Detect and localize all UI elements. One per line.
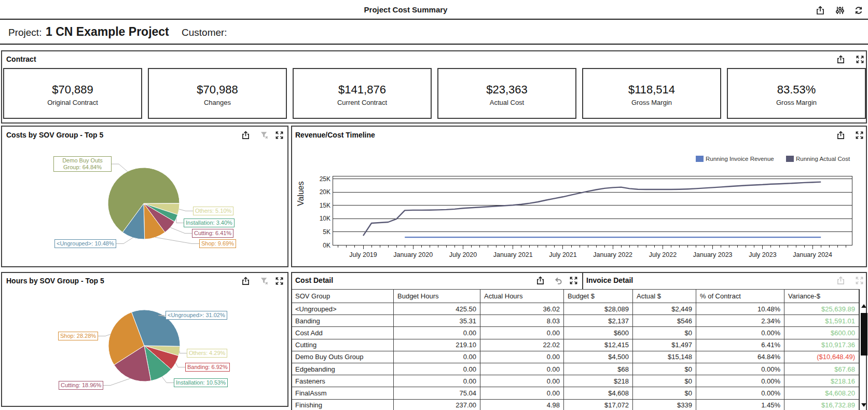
value-cell: $0	[633, 375, 696, 387]
column-header[interactable]: Variance-$	[784, 290, 859, 303]
kpi-value: $141,876	[294, 83, 431, 97]
value-cell: $2,137	[564, 315, 633, 327]
value-cell: 0.00	[394, 363, 480, 375]
export-icon[interactable]	[816, 6, 825, 15]
value-cell: 2.34%	[696, 315, 784, 327]
value-cell: 4.98	[480, 400, 564, 410]
pie-label: <Ungrouped>: 31.02%	[166, 311, 227, 320]
tab-divider	[582, 273, 583, 289]
column-header[interactable]: % of Contract	[696, 290, 784, 303]
contract-export-icon[interactable]	[836, 55, 845, 64]
value-cell: 219.10	[394, 339, 480, 351]
parameters-icon[interactable]	[835, 6, 845, 15]
pie-label: Installation: 3.40%	[184, 218, 235, 227]
hours_pie-svg	[2, 273, 287, 406]
value-cell: 0.00	[480, 351, 564, 363]
sov-group-cell: <Ungrouped>	[292, 303, 394, 315]
value-cell: 0.00	[394, 327, 480, 339]
scroll-down-arrow[interactable]	[861, 403, 866, 407]
value-cell: 0.00%	[696, 375, 784, 387]
value-cell: 425.50	[394, 303, 480, 315]
x-tick-label: January 2024	[781, 251, 844, 258]
cost-detail-expand-icon[interactable]	[569, 276, 578, 285]
invoice-detail-tab[interactable]: Invoice Detail	[586, 276, 633, 284]
cost-detail-table: SOV GroupBudget HoursActual HoursBudget …	[291, 289, 860, 410]
value-cell: 10.48%	[696, 303, 784, 315]
pie-label-leader	[112, 164, 128, 172]
value-cell: 36.02	[480, 303, 564, 315]
column-header[interactable]: Budget Hours	[394, 290, 480, 303]
y-tick-label: 15K	[310, 202, 330, 209]
value-cell: $1,497	[633, 339, 696, 351]
value-cell: $4,608.20	[784, 387, 859, 399]
sov-group-cell: Cost Add	[292, 327, 394, 339]
value-cell: $68	[564, 363, 633, 375]
value-cell: $339	[633, 400, 696, 410]
pie-label-leader	[162, 377, 174, 383]
value-cell: $0	[633, 327, 696, 339]
sov-group-cell: Banding	[292, 315, 394, 327]
pie-label-leader	[103, 378, 130, 385]
series-running-actual-cost	[363, 182, 821, 236]
refresh-icon[interactable]	[854, 6, 863, 15]
costs-pie-panel: Costs by SOV Group - Top 5 Others: 5.10%…	[1, 126, 288, 267]
table-scrollbar[interactable]	[861, 303, 867, 410]
value-cell: $546	[633, 315, 696, 327]
value-cell: $218	[564, 375, 633, 387]
project-label: Project:	[8, 27, 42, 38]
value-cell: 0.00	[480, 375, 564, 387]
value-cell: $1,591.01	[784, 315, 859, 327]
invoice-export-icon[interactable]	[836, 276, 845, 285]
invoice-expand-icon[interactable]	[855, 276, 864, 285]
cost-detail-undo-icon[interactable]	[554, 276, 563, 285]
costs-pie-chart[interactable]: Others: 5.10%Installation: 3.40%Cutting:…	[2, 127, 287, 266]
value-cell: 0.00	[480, 327, 564, 339]
pie-label-leader	[176, 218, 184, 223]
scroll-thumb[interactable]	[861, 313, 867, 356]
top-bar: Project Cost Summary	[0, 0, 868, 20]
kpi-label: Actual Cost	[438, 99, 575, 106]
kpi-card[interactable]: $70,988Changes	[148, 68, 287, 119]
y-tick-label: 10K	[310, 215, 330, 222]
value-cell: $10,917.36	[784, 339, 859, 351]
sov-group-cell: FinalAssm	[292, 387, 394, 399]
kpi-card[interactable]: $70,889Original Contract	[3, 68, 142, 119]
value-cell: $218.16	[784, 375, 859, 387]
value-cell: 0.00%	[696, 387, 784, 399]
value-cell: 1.45%	[696, 400, 784, 410]
timeline-panel: Revenue/Cost Timeline Running Invoice Re…	[291, 126, 867, 267]
kpi-card[interactable]: $23,363Actual Cost	[437, 68, 576, 119]
column-header[interactable]: Budget $	[564, 290, 633, 303]
pie-label: Shop: 9.69%	[199, 239, 236, 248]
hours-pie-panel: Hours by SOV Group - Top 5 Others: 4.29%…	[1, 272, 288, 407]
cost-detail-export-icon[interactable]	[536, 276, 545, 285]
pie-label-leader	[98, 334, 111, 336]
project-header: Project: 1 CN Example Project Customer:	[0, 21, 868, 45]
kpi-card[interactable]: 83.53%Gross Margin	[727, 68, 866, 119]
column-header[interactable]: Actual $	[633, 290, 696, 303]
value-cell: $67.68	[784, 363, 859, 375]
kpi-value: $23,363	[438, 83, 575, 97]
value-cell: ($10,648.49)	[784, 351, 859, 363]
value-cell: $16,732.89	[784, 400, 859, 410]
costs_pie-svg	[2, 127, 287, 266]
pie-label-leader	[170, 227, 192, 233]
column-header[interactable]: Actual Hours	[480, 290, 564, 303]
contract-expand-icon[interactable]	[856, 55, 864, 64]
kpi-card[interactable]: $118,514Gross Margin	[582, 68, 721, 119]
value-cell: 0.00%	[696, 363, 784, 375]
column-header[interactable]: SOV Group	[292, 290, 394, 303]
kpi-label: Changes	[149, 99, 286, 106]
kpi-card[interactable]: $141,876Current Contract	[293, 68, 432, 119]
pie-label: Installation: 10.53%	[174, 378, 228, 387]
value-cell: 237.00	[394, 400, 480, 410]
hours-pie-chart[interactable]: Others: 4.29%Banding: 6.92%Installation:…	[2, 273, 287, 406]
y-axis-title: Values	[296, 197, 306, 206]
value-cell: 75.04	[394, 387, 480, 399]
timeline-chart[interactable]: 0K5K10K15K20K25KValuesJuly 2019January 2…	[292, 127, 866, 266]
scroll-up-arrow[interactable]	[861, 304, 866, 308]
value-cell: $28,089	[564, 303, 633, 315]
value-cell: 22.02	[480, 339, 564, 351]
contract-panel-title: Contract	[6, 55, 36, 63]
value-cell: 0.00	[480, 363, 564, 375]
